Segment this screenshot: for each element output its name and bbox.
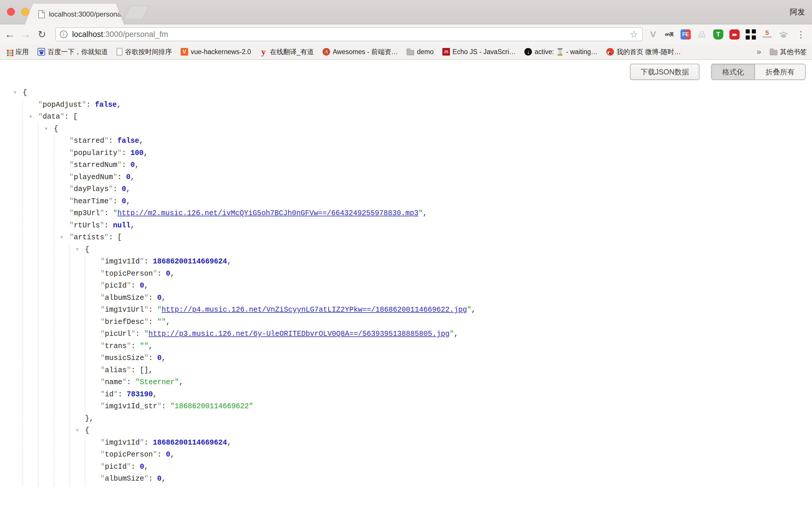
bookmark-item[interactable]: Vvue-hackernews-2.0: [181, 48, 251, 56]
json-line: "img1v1Id": 18686200114669624,: [0, 256, 812, 268]
bookmarks-overflow-chevron[interactable]: »: [756, 47, 761, 56]
json-url-link[interactable]: http://m2.music.126.net/ivMcQYiG5oh7BCJh…: [117, 209, 418, 217]
url-bar[interactable]: i localhost:3000/personal_fm ☆: [55, 27, 643, 41]
url-text: localhost:3000/personal_fm: [72, 30, 168, 39]
bookmark-label: active: ⌛ - waiting…: [534, 48, 598, 56]
page-favicon-icon: [38, 10, 45, 18]
format-button[interactable]: 格式化: [712, 64, 754, 79]
json-line: "topicPerson": 0,: [0, 268, 812, 280]
json-line: "musicSize": 0,: [0, 352, 812, 364]
bookmark-label: Echo JS - JavaScri…: [453, 48, 516, 56]
bookmark-star-icon[interactable]: ☆: [630, 29, 638, 40]
translate-icon[interactable]: en英: [664, 29, 674, 39]
fe-helper-icon[interactable]: FE: [680, 29, 691, 39]
page-icon: [117, 48, 122, 56]
json-line: "alias": [],: [0, 364, 812, 377]
collapse-arrow[interactable]: ▼: [76, 425, 79, 437]
bookmark-item[interactable]: y在线翻译_有道: [260, 48, 314, 56]
json-url-link[interactable]: http://p3.music.126.net/6y-UleORITEDbvrO…: [149, 330, 450, 338]
bookmark-label: 在线翻译_有道: [270, 48, 314, 56]
bookmark-label: demo: [417, 48, 434, 56]
bookmarks-bar: 应用百度一下，你就知道谷歌按时间排序Vvue-hackernews-2.0y在线…: [0, 44, 812, 60]
json-line: "img1v1Id_str": "18686200114669622": [0, 400, 812, 413]
json-line: "starredNum": 0,: [0, 159, 812, 171]
json-line: "briefDesc": "",: [0, 316, 812, 328]
json-line: "rtUrls": null,: [0, 219, 812, 232]
folder-icon: [407, 50, 414, 55]
json-actions: 下载JSON数据 格式化 折叠所有: [630, 64, 806, 80]
json-url-link[interactable]: http://p4.music.126.net/VnZiScyynLG7atLI…: [162, 306, 467, 314]
json-line: "albumSize": 0,: [0, 292, 812, 304]
close-window-button[interactable]: [7, 8, 15, 16]
bookmark-label: 应用: [16, 48, 29, 56]
weibo-icon: [606, 48, 614, 56]
json-line: ▼{: [0, 87, 812, 99]
browser-tab[interactable]: localhost:3000/personal_fm ×: [25, 4, 124, 24]
forward-button[interactable]: →: [18, 24, 33, 44]
json-line: ▼"artists": [: [0, 232, 812, 244]
json-line: "img1v1Url": "http://p4.music.126.net/Vn…: [0, 304, 812, 316]
bookmark-item[interactable]: 应用: [5, 48, 29, 56]
other-bookmarks-folder[interactable]: 其他书签: [770, 48, 807, 56]
bookmark-label: vue-hackernews-2.0: [191, 48, 251, 56]
json-url-link[interactable]: http://p3.music.126.net/VnZiScyynLG7atLI…: [162, 487, 467, 487]
sitemap-icon[interactable]: 品: [697, 29, 707, 39]
tab-title: localhost:3000/personal_fm: [49, 10, 134, 18]
new-tab-button[interactable]: [124, 6, 149, 19]
bookmark-item[interactable]: JSEcho JS - JavaScri…: [442, 48, 516, 56]
vue-orange-icon: V: [181, 48, 188, 56]
collapse-arrow[interactable]: ▼: [45, 123, 48, 136]
extensions: Ven英FE品T▶▶5PLAYER: [648, 24, 788, 44]
video-downloader-icon[interactable]: ▶▶: [729, 29, 740, 39]
bookmark-label: 我的首页 微博-随时…: [616, 48, 681, 56]
json-line: "id": 783190,: [0, 388, 812, 401]
json-line: },: [0, 413, 812, 425]
bookmark-item[interactable]: 谷歌按时间排序: [117, 48, 172, 56]
paw-icon[interactable]: [778, 29, 788, 39]
bookmark-label: 百度一下，你就知道: [48, 48, 108, 56]
qr-code-icon[interactable]: [746, 29, 756, 39]
json-line: "topicPerson": 0,: [0, 449, 812, 461]
download-json-button[interactable]: 下载JSON数据: [630, 64, 699, 80]
json-line: ▼{: [0, 123, 812, 135]
json-line: "img1v1Id": 18686200114669624,: [0, 437, 812, 449]
back-button[interactable]: ←: [2, 24, 18, 44]
json-line: "mp3Url": "http://m2.music.126.net/ivMcQ…: [0, 207, 812, 219]
site-info-icon[interactable]: i: [60, 31, 67, 38]
json-line: "img1v1Url": "http://p3.music.126.net/Vn…: [0, 485, 812, 487]
folder-icon: [770, 50, 777, 55]
view-mode-toggle: 格式化 折叠所有: [711, 64, 806, 80]
json-line: ▼{: [0, 244, 812, 256]
download-circle-icon: ↓: [524, 48, 532, 56]
page-content: 下载JSON数据 格式化 折叠所有 ▼{"popAdjust": false,▼…: [0, 60, 812, 469]
tampermonkey-icon[interactable]: T: [713, 29, 723, 39]
bookmark-item[interactable]: ↓active: ⌛ - waiting…: [524, 48, 598, 56]
baidu-paw-icon: [37, 48, 45, 56]
collapse-all-button[interactable]: 折叠所有: [754, 64, 805, 79]
json-line: "trans": "",: [0, 340, 812, 352]
minimize-window-button[interactable]: [21, 8, 29, 16]
bookmark-item[interactable]: 我的首页 微博-随时…: [606, 48, 681, 56]
collapse-arrow[interactable]: ▼: [76, 244, 79, 256]
refresh-button[interactable]: ↻: [34, 24, 50, 44]
json-line: "starred": false,: [0, 135, 812, 147]
vue-devtools-icon[interactable]: V: [648, 29, 658, 39]
collapse-arrow[interactable]: ▼: [14, 87, 17, 99]
apps-icon: [5, 48, 13, 56]
json-line: ▼{: [0, 424, 812, 437]
collapse-arrow[interactable]: ▼: [29, 111, 32, 123]
json-line: "popularity": 100,: [0, 147, 812, 159]
bookmark-item[interactable]: 百度一下，你就知道: [37, 48, 108, 56]
json-line: "playedNum": 0,: [0, 171, 812, 183]
bookmark-item[interactable]: AAwesomes - 前端资…: [322, 48, 398, 56]
collapse-arrow[interactable]: ▼: [60, 232, 63, 244]
url-host: localhost: [72, 30, 103, 39]
profile-name[interactable]: 阿发: [790, 7, 805, 17]
json-tree: ▼{"popAdjust": false,▼"data": [▼{"starre…: [0, 87, 812, 487]
bookmark-label: Awesomes - 前端资…: [333, 48, 398, 56]
chrome-menu-icon[interactable]: ⋮: [795, 24, 807, 44]
echojs-icon: JS: [442, 48, 450, 56]
html5-player-icon[interactable]: 5PLAYER: [762, 29, 772, 39]
bookmark-item[interactable]: demo: [407, 48, 434, 56]
titlebar: localhost:3000/personal_fm × 阿发: [0, 0, 812, 24]
